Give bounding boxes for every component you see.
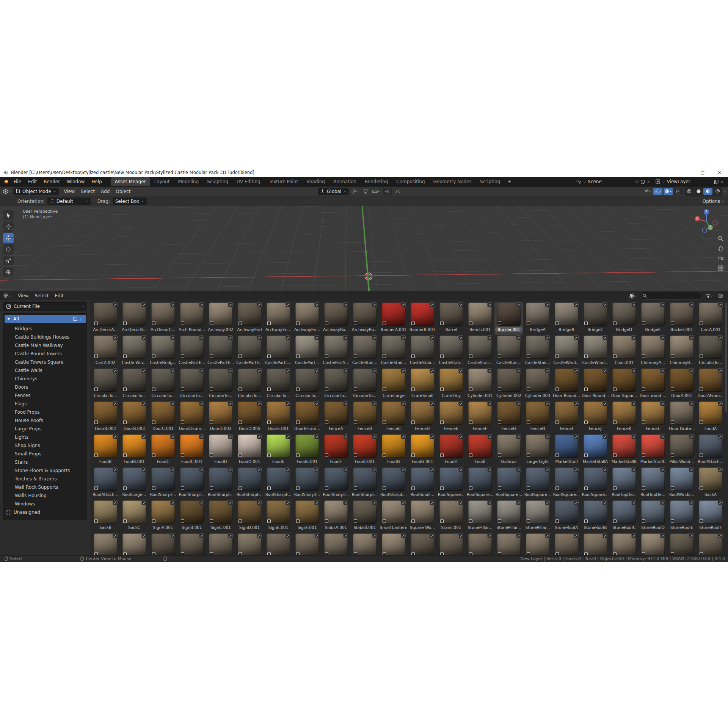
asset-checkbox[interactable] xyxy=(613,453,617,457)
asset-checkbox[interactable] xyxy=(354,420,357,424)
asset-item[interactable]: ArchwayRo... xyxy=(322,302,350,335)
asset-checkbox[interactable] xyxy=(411,322,415,325)
asset-checkbox[interactable] xyxy=(671,322,674,325)
catalog-item-lights[interactable]: Lights xyxy=(3,433,87,441)
workspace-tab-sculpting[interactable]: Sculpting xyxy=(203,177,232,186)
asset-item[interactable]: SignC.001 xyxy=(206,500,235,533)
asset-item[interactable]: CastleStair... xyxy=(379,335,408,368)
asset-checkbox[interactable] xyxy=(296,322,300,325)
asset-item[interactable] xyxy=(408,533,437,555)
asset-checkbox[interactable] xyxy=(296,388,300,391)
asset-item[interactable]: CastleStair... xyxy=(523,335,552,368)
asset-checkbox[interactable] xyxy=(469,486,472,490)
asset-item[interactable] xyxy=(581,533,610,555)
asset-item[interactable]: Cylinder.002 xyxy=(494,368,523,401)
asset-checkbox[interactable] xyxy=(267,453,271,457)
move-tool[interactable] xyxy=(3,233,14,243)
asset-item[interactable]: RoofSmall... xyxy=(408,467,437,500)
shading-material-button[interactable] xyxy=(703,188,712,195)
asset-checkbox[interactable] xyxy=(498,420,501,424)
asset-item[interactable]: CastleStair... xyxy=(350,335,379,368)
asset-item[interactable]: CastlePartE... xyxy=(235,335,264,368)
asset-checkbox[interactable] xyxy=(584,486,588,490)
asset-item[interactable]: Cylinder.003 xyxy=(523,368,552,401)
asset-checkbox[interactable] xyxy=(440,420,444,424)
asset-item[interactable]: StoneRoofA xyxy=(552,500,581,533)
asset-checkbox[interactable] xyxy=(527,355,530,358)
catalog-item-torches-braziers[interactable]: Torches & Braziers xyxy=(3,475,87,483)
catalog-item-food-props[interactable]: Food Props xyxy=(3,408,87,416)
asset-item[interactable]: ChimneyB... xyxy=(667,335,696,368)
editor-type-button[interactable] xyxy=(2,188,12,195)
asset-item[interactable]: FoodG xyxy=(379,434,408,467)
asset-checkbox[interactable] xyxy=(181,420,184,424)
asset-item[interactable]: CastlePartE... xyxy=(177,335,206,368)
asset-item[interactable]: ArchwayEn... xyxy=(293,302,322,335)
asset-checkbox[interactable] xyxy=(238,486,242,490)
workspace-tab-scripting[interactable]: Scripting xyxy=(476,177,504,186)
workspace-tab-shading[interactable]: Shading xyxy=(302,177,329,186)
asset-item[interactable] xyxy=(350,533,379,555)
catalog-item-windows[interactable]: Windows xyxy=(3,500,87,508)
asset-checkbox[interactable] xyxy=(671,388,674,391)
asset-checkbox[interactable] xyxy=(296,355,300,358)
asset-checkbox[interactable] xyxy=(296,453,300,457)
zoom-icon[interactable] xyxy=(718,236,723,243)
asset-checkbox[interactable] xyxy=(527,388,530,391)
asset-item[interactable]: Door Round... xyxy=(581,368,610,401)
asset-item[interactable]: CrateLarge xyxy=(379,368,408,401)
asset-item[interactable]: RoofSquare... xyxy=(466,467,494,500)
asset-checkbox[interactable] xyxy=(671,486,674,490)
unlink-icon[interactable]: ✕ xyxy=(647,180,650,184)
asset-item[interactable]: StoneRoofC xyxy=(610,500,639,533)
asset-item[interactable]: CastlePartE... xyxy=(206,335,235,368)
asset-checkbox[interactable] xyxy=(123,420,127,424)
asset-checkbox[interactable] xyxy=(123,519,127,523)
asset-item[interactable]: ArcDecorA... xyxy=(91,302,120,335)
asset-item[interactable]: CircularTo... xyxy=(696,335,725,368)
asset-item[interactable]: FoodB.001 xyxy=(120,434,149,467)
asset-item[interactable]: StoneRoofF xyxy=(696,500,725,533)
asset-item[interactable]: Brazier.001 xyxy=(494,302,523,335)
rotate-tool[interactable] xyxy=(3,244,14,254)
asset-checkbox[interactable] xyxy=(383,355,386,358)
asset-checkbox[interactable] xyxy=(383,322,386,325)
asset-item[interactable] xyxy=(610,533,639,555)
asset-checkbox[interactable] xyxy=(354,355,357,358)
asset-item[interactable]: ArchwayEn... xyxy=(264,302,293,335)
asset-item[interactable]: Door wood ... xyxy=(639,368,667,401)
asset-item[interactable]: SignE.001 xyxy=(264,500,293,533)
asset-item[interactable] xyxy=(466,533,494,555)
catalog-item-walls-housing[interactable]: Walls Housing xyxy=(3,491,87,500)
asset-item[interactable]: CastleStair... xyxy=(437,335,466,368)
catalog-item-castle-buildings-houses[interactable]: Castle Buildings Houses xyxy=(3,333,87,341)
asset-item[interactable]: BridgeB xyxy=(552,302,581,335)
workspace-tab-asset-mnager[interactable]: Asset Mnager xyxy=(111,177,150,186)
catalog-item-bridges[interactable]: Bridges xyxy=(3,325,87,333)
asset-item[interactable]: FoodF.001 xyxy=(350,434,379,467)
asset-item[interactable]: Door Round... xyxy=(552,368,581,401)
asset-checkbox[interactable] xyxy=(383,486,386,490)
asset-checkbox[interactable] xyxy=(498,453,501,457)
asset-checkbox[interactable] xyxy=(411,519,415,523)
asset-item[interactable]: RoofSharpL... xyxy=(379,467,408,500)
asset-checkbox[interactable] xyxy=(383,388,386,391)
asset-checkbox[interactable] xyxy=(152,322,155,325)
asset-item[interactable] xyxy=(206,533,235,555)
asset-item[interactable]: Chair.001 xyxy=(610,335,639,368)
asset-checkbox[interactable] xyxy=(354,519,357,523)
asset-item[interactable]: DoorD.005 xyxy=(235,401,264,434)
asset-checkbox[interactable] xyxy=(555,519,559,523)
asset-item[interactable] xyxy=(91,533,120,555)
menu-edit[interactable]: Edit xyxy=(25,177,40,186)
asset-settings-button[interactable] xyxy=(716,292,725,300)
asset-item[interactable]: FoodA xyxy=(696,401,725,434)
asset-item[interactable] xyxy=(552,533,581,555)
asset-checkbox[interactable] xyxy=(700,355,703,358)
asset-checkbox[interactable] xyxy=(642,519,645,523)
asset-checkbox[interactable] xyxy=(613,355,617,358)
asset-item[interactable] xyxy=(264,533,293,555)
asset-menu-select[interactable]: Select xyxy=(31,293,52,298)
asset-checkbox[interactable] xyxy=(469,355,472,358)
asset-item[interactable] xyxy=(437,533,466,555)
